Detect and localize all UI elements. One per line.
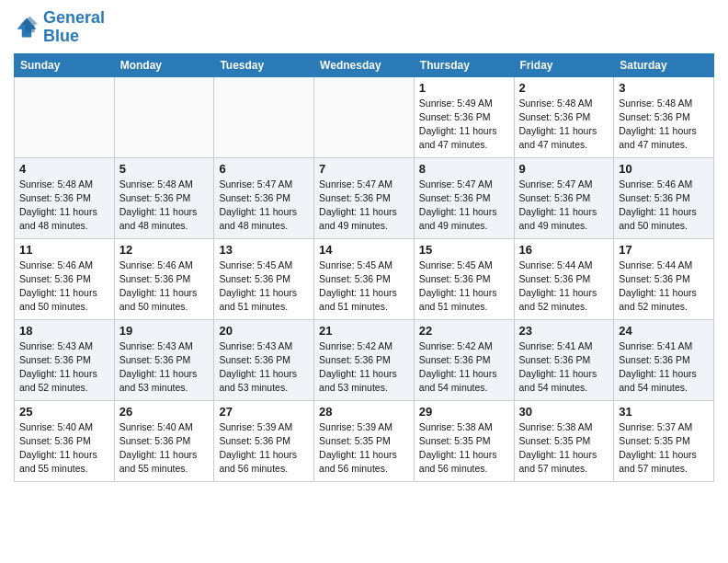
day-number: 29: [419, 405, 509, 419]
calendar-week-5: 25Sunrise: 5:40 AM Sunset: 5:36 PM Dayli…: [15, 400, 714, 481]
day-number: 25: [19, 405, 109, 419]
day-info: Sunrise: 5:44 AM Sunset: 5:36 PM Dayligh…: [519, 259, 609, 315]
calendar-cell: [114, 76, 214, 157]
day-number: 18: [19, 324, 109, 338]
calendar-cell: 25Sunrise: 5:40 AM Sunset: 5:36 PM Dayli…: [15, 400, 115, 481]
day-info: Sunrise: 5:45 AM Sunset: 5:36 PM Dayligh…: [219, 259, 309, 315]
calendar-cell: 24Sunrise: 5:41 AM Sunset: 5:36 PM Dayli…: [614, 319, 714, 400]
calendar-cell: 18Sunrise: 5:43 AM Sunset: 5:36 PM Dayli…: [15, 319, 115, 400]
weekday-header-sunday: Sunday: [15, 53, 115, 76]
calendar-cell: 27Sunrise: 5:39 AM Sunset: 5:36 PM Dayli…: [214, 400, 314, 481]
day-number: 23: [519, 324, 609, 338]
logo-icon: [14, 15, 40, 40]
calendar-cell: 5Sunrise: 5:48 AM Sunset: 5:36 PM Daylig…: [114, 157, 214, 238]
calendar-cell: [15, 76, 115, 157]
calendar-cell: [314, 76, 415, 157]
calendar-cell: 7Sunrise: 5:47 AM Sunset: 5:36 PM Daylig…: [314, 157, 415, 238]
day-info: Sunrise: 5:46 AM Sunset: 5:36 PM Dayligh…: [19, 259, 109, 315]
day-number: 9: [519, 162, 609, 176]
day-info: Sunrise: 5:48 AM Sunset: 5:36 PM Dayligh…: [119, 178, 210, 234]
weekday-header-tuesday: Tuesday: [214, 53, 314, 76]
calendar-cell: 15Sunrise: 5:45 AM Sunset: 5:36 PM Dayli…: [414, 238, 514, 319]
calendar-cell: 31Sunrise: 5:37 AM Sunset: 5:35 PM Dayli…: [614, 400, 714, 481]
day-number: 14: [319, 243, 409, 257]
calendar-cell: 21Sunrise: 5:42 AM Sunset: 5:36 PM Dayli…: [314, 319, 415, 400]
weekday-header-saturday: Saturday: [614, 53, 714, 76]
calendar-cell: 6Sunrise: 5:47 AM Sunset: 5:36 PM Daylig…: [214, 157, 314, 238]
day-number: 4: [19, 162, 109, 176]
calendar-week-2: 4Sunrise: 5:48 AM Sunset: 5:36 PM Daylig…: [15, 157, 714, 238]
day-number: 11: [19, 243, 109, 257]
day-info: Sunrise: 5:47 AM Sunset: 5:36 PM Dayligh…: [319, 178, 409, 234]
day-info: Sunrise: 5:45 AM Sunset: 5:36 PM Dayligh…: [419, 259, 509, 315]
day-info: Sunrise: 5:42 AM Sunset: 5:36 PM Dayligh…: [319, 339, 409, 396]
day-number: 13: [219, 243, 309, 257]
day-info: Sunrise: 5:46 AM Sunset: 5:36 PM Dayligh…: [119, 259, 210, 315]
logo-text: General Blue: [43, 9, 105, 46]
calendar-cell: 22Sunrise: 5:42 AM Sunset: 5:36 PM Dayli…: [414, 319, 514, 400]
calendar-table: SundayMondayTuesdayWednesdayThursdayFrid…: [14, 53, 714, 482]
calendar-cell: 10Sunrise: 5:46 AM Sunset: 5:36 PM Dayli…: [614, 157, 714, 238]
calendar-cell: 4Sunrise: 5:48 AM Sunset: 5:36 PM Daylig…: [15, 157, 115, 238]
day-number: 12: [119, 243, 210, 257]
logo: General Blue: [14, 9, 105, 46]
calendar-cell: 8Sunrise: 5:47 AM Sunset: 5:36 PM Daylig…: [414, 157, 514, 238]
weekday-header-monday: Monday: [114, 53, 214, 76]
calendar-cell: 20Sunrise: 5:43 AM Sunset: 5:36 PM Dayli…: [214, 319, 314, 400]
day-info: Sunrise: 5:43 AM Sunset: 5:36 PM Dayligh…: [119, 339, 210, 396]
calendar-cell: 17Sunrise: 5:44 AM Sunset: 5:36 PM Dayli…: [614, 238, 714, 319]
day-info: Sunrise: 5:47 AM Sunset: 5:36 PM Dayligh…: [419, 178, 509, 234]
day-number: 10: [619, 162, 709, 176]
page-header: General Blue: [14, 9, 714, 46]
day-number: 22: [419, 324, 509, 338]
day-number: 28: [319, 405, 409, 419]
day-info: Sunrise: 5:40 AM Sunset: 5:36 PM Dayligh…: [119, 420, 210, 477]
day-number: 1: [419, 81, 509, 95]
calendar-week-1: 1Sunrise: 5:49 AM Sunset: 5:36 PM Daylig…: [15, 76, 714, 157]
weekday-header-thursday: Thursday: [414, 53, 514, 76]
day-number: 19: [119, 324, 210, 338]
calendar-cell: 13Sunrise: 5:45 AM Sunset: 5:36 PM Dayli…: [214, 238, 314, 319]
day-number: 26: [119, 405, 210, 419]
weekday-header-friday: Friday: [514, 53, 614, 76]
day-info: Sunrise: 5:43 AM Sunset: 5:36 PM Dayligh…: [19, 339, 109, 396]
day-info: Sunrise: 5:47 AM Sunset: 5:36 PM Dayligh…: [219, 178, 309, 234]
day-number: 5: [119, 162, 210, 176]
day-number: 17: [619, 243, 709, 257]
day-number: 16: [519, 243, 609, 257]
day-info: Sunrise: 5:41 AM Sunset: 5:36 PM Dayligh…: [619, 339, 709, 396]
calendar-week-3: 11Sunrise: 5:46 AM Sunset: 5:36 PM Dayli…: [15, 238, 714, 319]
calendar-cell: 2Sunrise: 5:48 AM Sunset: 5:36 PM Daylig…: [514, 76, 614, 157]
calendar-cell: 1Sunrise: 5:49 AM Sunset: 5:36 PM Daylig…: [414, 76, 514, 157]
day-info: Sunrise: 5:43 AM Sunset: 5:36 PM Dayligh…: [219, 339, 309, 396]
weekday-header-row: SundayMondayTuesdayWednesdayThursdayFrid…: [15, 53, 714, 76]
day-info: Sunrise: 5:48 AM Sunset: 5:36 PM Dayligh…: [519, 97, 609, 153]
day-number: 15: [419, 243, 509, 257]
calendar-cell: 14Sunrise: 5:45 AM Sunset: 5:36 PM Dayli…: [314, 238, 415, 319]
day-number: 2: [519, 81, 609, 95]
day-number: 21: [319, 324, 409, 338]
calendar-cell: 9Sunrise: 5:47 AM Sunset: 5:36 PM Daylig…: [514, 157, 614, 238]
calendar-cell: 3Sunrise: 5:48 AM Sunset: 5:36 PM Daylig…: [614, 76, 714, 157]
day-number: 7: [319, 162, 409, 176]
day-info: Sunrise: 5:48 AM Sunset: 5:36 PM Dayligh…: [619, 97, 709, 153]
calendar-cell: 29Sunrise: 5:38 AM Sunset: 5:35 PM Dayli…: [414, 400, 514, 481]
day-number: 27: [219, 405, 309, 419]
calendar-week-4: 18Sunrise: 5:43 AM Sunset: 5:36 PM Dayli…: [15, 319, 714, 400]
weekday-header-wednesday: Wednesday: [314, 53, 415, 76]
calendar-cell: 28Sunrise: 5:39 AM Sunset: 5:35 PM Dayli…: [314, 400, 415, 481]
day-info: Sunrise: 5:49 AM Sunset: 5:36 PM Dayligh…: [419, 97, 509, 153]
day-number: 20: [219, 324, 309, 338]
day-number: 24: [619, 324, 709, 338]
calendar-cell: 12Sunrise: 5:46 AM Sunset: 5:36 PM Dayli…: [114, 238, 214, 319]
calendar-cell: 23Sunrise: 5:41 AM Sunset: 5:36 PM Dayli…: [514, 319, 614, 400]
day-number: 8: [419, 162, 509, 176]
calendar-cell: [214, 76, 314, 157]
day-info: Sunrise: 5:47 AM Sunset: 5:36 PM Dayligh…: [519, 178, 609, 234]
day-info: Sunrise: 5:45 AM Sunset: 5:36 PM Dayligh…: [319, 259, 409, 315]
day-info: Sunrise: 5:39 AM Sunset: 5:36 PM Dayligh…: [219, 420, 309, 477]
day-info: Sunrise: 5:38 AM Sunset: 5:35 PM Dayligh…: [519, 420, 609, 477]
calendar-cell: 19Sunrise: 5:43 AM Sunset: 5:36 PM Dayli…: [114, 319, 214, 400]
day-number: 30: [519, 405, 609, 419]
day-info: Sunrise: 5:42 AM Sunset: 5:36 PM Dayligh…: [419, 339, 509, 396]
